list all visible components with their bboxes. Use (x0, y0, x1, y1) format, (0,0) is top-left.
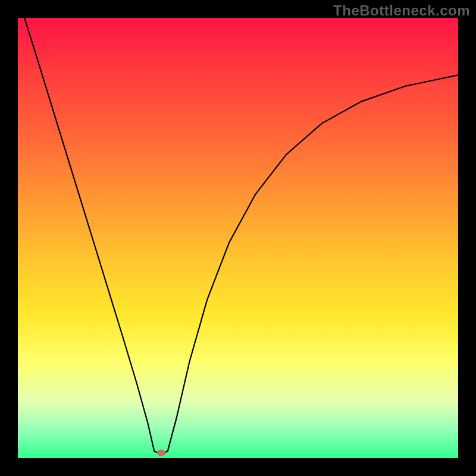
vertex-marker (157, 450, 165, 456)
curve-svg (18, 18, 458, 458)
chart-frame: TheBottleneck.com (0, 0, 476, 476)
watermark-text: TheBottleneck.com (333, 2, 470, 19)
plot-area (18, 18, 458, 458)
bottleneck-curve (24, 18, 458, 453)
